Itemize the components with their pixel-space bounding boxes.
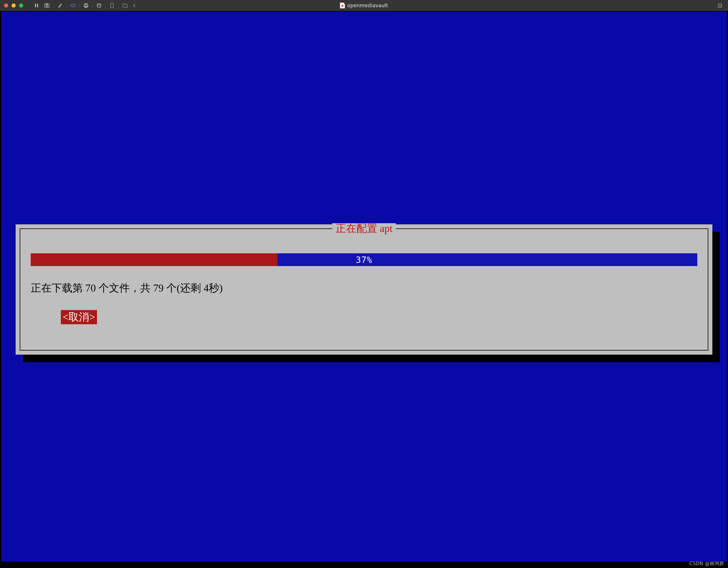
- progress-bar: 37%: [31, 253, 697, 266]
- disk-icon[interactable]: [94, 2, 104, 9]
- vm-screen: 正在配置 apt 37% 正在下载第 70 个文件，共 79 个(还剩 4秒) …: [0, 11, 728, 568]
- svg-rect-12: [719, 5, 721, 7]
- window-titlebar: ◆ openmediavault: [0, 0, 728, 11]
- back-icon[interactable]: [129, 2, 140, 9]
- dialog-frame: 正在配置 apt 37% 正在下载第 70 个文件，共 79 个(还剩 4秒) …: [20, 228, 708, 351]
- svg-rect-6: [85, 3, 87, 5]
- printer-icon[interactable]: [81, 2, 91, 9]
- svg-rect-1: [37, 4, 38, 7]
- close-window-button[interactable]: [4, 3, 8, 8]
- window-traffic-lights: [4, 3, 23, 8]
- document-icon: ◆: [340, 3, 345, 8]
- expand-icon[interactable]: [716, 3, 724, 8]
- zoom-window-button[interactable]: [19, 3, 23, 8]
- installer-background: 正在配置 apt 37% 正在下载第 70 个文件，共 79 个(还剩 4秒) …: [1, 12, 727, 562]
- svg-point-10: [112, 7, 112, 7]
- snapshot-icon[interactable]: [42, 2, 52, 9]
- watermark-text: CSDN @林鸿群: [689, 561, 724, 567]
- pause-icon[interactable]: [31, 2, 42, 9]
- dialog-title: 正在配置 apt: [20, 223, 708, 234]
- cancel-button[interactable]: <取消>: [61, 310, 97, 324]
- window-title-text: openmediavault: [347, 3, 388, 8]
- network-icon[interactable]: [68, 2, 78, 9]
- status-text: 正在下载第 70 个文件，共 79 个(还剩 4秒): [31, 281, 697, 295]
- svg-rect-5: [84, 5, 88, 7]
- svg-point-8: [97, 4, 101, 5]
- minimize-window-button[interactable]: [12, 3, 16, 8]
- svg-rect-4: [46, 3, 48, 4]
- device-icon[interactable]: [107, 2, 117, 9]
- installer-dialog: 正在配置 apt 37% 正在下载第 70 个文件，共 79 个(还剩 4秒) …: [16, 224, 712, 355]
- dialog-title-text: 正在配置 apt: [332, 223, 396, 234]
- svg-point-3: [46, 5, 48, 7]
- folder-icon[interactable]: [120, 2, 130, 9]
- progress-percent-label: 37%: [31, 253, 697, 266]
- svg-rect-2: [45, 4, 49, 7]
- toolbar-icons: [31, 2, 140, 9]
- svg-rect-0: [35, 4, 36, 7]
- wrench-icon[interactable]: [55, 2, 65, 9]
